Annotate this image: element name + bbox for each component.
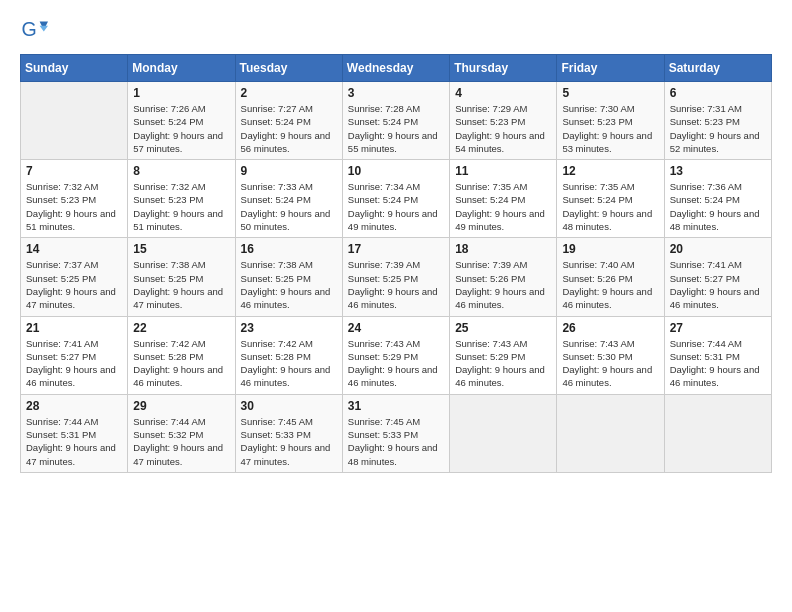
day-number: 3 xyxy=(348,86,444,100)
day-number: 8 xyxy=(133,164,229,178)
calendar-cell: 21Sunrise: 7:41 AM Sunset: 5:27 PM Dayli… xyxy=(21,316,128,394)
day-info: Sunrise: 7:28 AM Sunset: 5:24 PM Dayligh… xyxy=(348,102,444,155)
calendar-cell: 14Sunrise: 7:37 AM Sunset: 5:25 PM Dayli… xyxy=(21,238,128,316)
calendar-week-row: 21Sunrise: 7:41 AM Sunset: 5:27 PM Dayli… xyxy=(21,316,772,394)
calendar-cell: 13Sunrise: 7:36 AM Sunset: 5:24 PM Dayli… xyxy=(664,160,771,238)
day-info: Sunrise: 7:42 AM Sunset: 5:28 PM Dayligh… xyxy=(241,337,337,390)
calendar-week-row: 28Sunrise: 7:44 AM Sunset: 5:31 PM Dayli… xyxy=(21,394,772,472)
day-info: Sunrise: 7:32 AM Sunset: 5:23 PM Dayligh… xyxy=(133,180,229,233)
day-number: 29 xyxy=(133,399,229,413)
day-number: 5 xyxy=(562,86,658,100)
day-info: Sunrise: 7:38 AM Sunset: 5:25 PM Dayligh… xyxy=(241,258,337,311)
day-info: Sunrise: 7:32 AM Sunset: 5:23 PM Dayligh… xyxy=(26,180,122,233)
calendar-cell: 1Sunrise: 7:26 AM Sunset: 5:24 PM Daylig… xyxy=(128,82,235,160)
logo: G xyxy=(20,16,52,44)
day-number: 4 xyxy=(455,86,551,100)
day-number: 13 xyxy=(670,164,766,178)
day-info: Sunrise: 7:29 AM Sunset: 5:23 PM Dayligh… xyxy=(455,102,551,155)
day-info: Sunrise: 7:37 AM Sunset: 5:25 PM Dayligh… xyxy=(26,258,122,311)
day-number: 1 xyxy=(133,86,229,100)
day-number: 7 xyxy=(26,164,122,178)
day-number: 30 xyxy=(241,399,337,413)
day-info: Sunrise: 7:38 AM Sunset: 5:25 PM Dayligh… xyxy=(133,258,229,311)
calendar-cell: 6Sunrise: 7:31 AM Sunset: 5:23 PM Daylig… xyxy=(664,82,771,160)
calendar-cell xyxy=(21,82,128,160)
calendar-cell: 27Sunrise: 7:44 AM Sunset: 5:31 PM Dayli… xyxy=(664,316,771,394)
day-info: Sunrise: 7:45 AM Sunset: 5:33 PM Dayligh… xyxy=(241,415,337,468)
calendar-header-row: SundayMondayTuesdayWednesdayThursdayFrid… xyxy=(21,55,772,82)
calendar-week-row: 1Sunrise: 7:26 AM Sunset: 5:24 PM Daylig… xyxy=(21,82,772,160)
day-info: Sunrise: 7:43 AM Sunset: 5:30 PM Dayligh… xyxy=(562,337,658,390)
day-info: Sunrise: 7:40 AM Sunset: 5:26 PM Dayligh… xyxy=(562,258,658,311)
calendar-cell xyxy=(450,394,557,472)
day-number: 24 xyxy=(348,321,444,335)
calendar-cell: 3Sunrise: 7:28 AM Sunset: 5:24 PM Daylig… xyxy=(342,82,449,160)
day-number: 25 xyxy=(455,321,551,335)
calendar-header-thursday: Thursday xyxy=(450,55,557,82)
calendar-cell: 19Sunrise: 7:40 AM Sunset: 5:26 PM Dayli… xyxy=(557,238,664,316)
calendar-cell xyxy=(664,394,771,472)
calendar-cell: 10Sunrise: 7:34 AM Sunset: 5:24 PM Dayli… xyxy=(342,160,449,238)
day-number: 21 xyxy=(26,321,122,335)
day-number: 27 xyxy=(670,321,766,335)
calendar-cell: 23Sunrise: 7:42 AM Sunset: 5:28 PM Dayli… xyxy=(235,316,342,394)
calendar-header-friday: Friday xyxy=(557,55,664,82)
day-number: 10 xyxy=(348,164,444,178)
day-number: 19 xyxy=(562,242,658,256)
calendar-header-tuesday: Tuesday xyxy=(235,55,342,82)
day-number: 6 xyxy=(670,86,766,100)
calendar-cell: 26Sunrise: 7:43 AM Sunset: 5:30 PM Dayli… xyxy=(557,316,664,394)
day-number: 23 xyxy=(241,321,337,335)
day-number: 11 xyxy=(455,164,551,178)
calendar-cell: 20Sunrise: 7:41 AM Sunset: 5:27 PM Dayli… xyxy=(664,238,771,316)
day-number: 12 xyxy=(562,164,658,178)
page-header: G xyxy=(20,16,772,44)
day-info: Sunrise: 7:41 AM Sunset: 5:27 PM Dayligh… xyxy=(26,337,122,390)
day-number: 22 xyxy=(133,321,229,335)
day-info: Sunrise: 7:35 AM Sunset: 5:24 PM Dayligh… xyxy=(562,180,658,233)
calendar-cell: 9Sunrise: 7:33 AM Sunset: 5:24 PM Daylig… xyxy=(235,160,342,238)
calendar-header-sunday: Sunday xyxy=(21,55,128,82)
day-info: Sunrise: 7:41 AM Sunset: 5:27 PM Dayligh… xyxy=(670,258,766,311)
day-info: Sunrise: 7:39 AM Sunset: 5:25 PM Dayligh… xyxy=(348,258,444,311)
day-number: 20 xyxy=(670,242,766,256)
day-number: 2 xyxy=(241,86,337,100)
svg-text:G: G xyxy=(21,18,36,40)
day-info: Sunrise: 7:30 AM Sunset: 5:23 PM Dayligh… xyxy=(562,102,658,155)
day-info: Sunrise: 7:44 AM Sunset: 5:31 PM Dayligh… xyxy=(670,337,766,390)
day-number: 26 xyxy=(562,321,658,335)
calendar-body: 1Sunrise: 7:26 AM Sunset: 5:24 PM Daylig… xyxy=(21,82,772,473)
calendar-cell xyxy=(557,394,664,472)
day-info: Sunrise: 7:43 AM Sunset: 5:29 PM Dayligh… xyxy=(348,337,444,390)
day-number: 15 xyxy=(133,242,229,256)
calendar-cell: 18Sunrise: 7:39 AM Sunset: 5:26 PM Dayli… xyxy=(450,238,557,316)
day-info: Sunrise: 7:34 AM Sunset: 5:24 PM Dayligh… xyxy=(348,180,444,233)
day-info: Sunrise: 7:35 AM Sunset: 5:24 PM Dayligh… xyxy=(455,180,551,233)
svg-marker-2 xyxy=(40,26,48,32)
calendar-cell: 29Sunrise: 7:44 AM Sunset: 5:32 PM Dayli… xyxy=(128,394,235,472)
day-info: Sunrise: 7:26 AM Sunset: 5:24 PM Dayligh… xyxy=(133,102,229,155)
day-info: Sunrise: 7:39 AM Sunset: 5:26 PM Dayligh… xyxy=(455,258,551,311)
day-info: Sunrise: 7:31 AM Sunset: 5:23 PM Dayligh… xyxy=(670,102,766,155)
calendar-cell: 31Sunrise: 7:45 AM Sunset: 5:33 PM Dayli… xyxy=(342,394,449,472)
calendar-cell: 11Sunrise: 7:35 AM Sunset: 5:24 PM Dayli… xyxy=(450,160,557,238)
logo-icon: G xyxy=(20,16,48,44)
day-info: Sunrise: 7:44 AM Sunset: 5:32 PM Dayligh… xyxy=(133,415,229,468)
calendar-header-saturday: Saturday xyxy=(664,55,771,82)
calendar-cell: 4Sunrise: 7:29 AM Sunset: 5:23 PM Daylig… xyxy=(450,82,557,160)
calendar-cell: 22Sunrise: 7:42 AM Sunset: 5:28 PM Dayli… xyxy=(128,316,235,394)
day-info: Sunrise: 7:42 AM Sunset: 5:28 PM Dayligh… xyxy=(133,337,229,390)
calendar-cell: 28Sunrise: 7:44 AM Sunset: 5:31 PM Dayli… xyxy=(21,394,128,472)
calendar-cell: 15Sunrise: 7:38 AM Sunset: 5:25 PM Dayli… xyxy=(128,238,235,316)
calendar-cell: 12Sunrise: 7:35 AM Sunset: 5:24 PM Dayli… xyxy=(557,160,664,238)
day-number: 17 xyxy=(348,242,444,256)
calendar-week-row: 14Sunrise: 7:37 AM Sunset: 5:25 PM Dayli… xyxy=(21,238,772,316)
day-info: Sunrise: 7:45 AM Sunset: 5:33 PM Dayligh… xyxy=(348,415,444,468)
day-number: 28 xyxy=(26,399,122,413)
calendar-cell: 30Sunrise: 7:45 AM Sunset: 5:33 PM Dayli… xyxy=(235,394,342,472)
day-info: Sunrise: 7:44 AM Sunset: 5:31 PM Dayligh… xyxy=(26,415,122,468)
calendar-table: SundayMondayTuesdayWednesdayThursdayFrid… xyxy=(20,54,772,473)
calendar-cell: 16Sunrise: 7:38 AM Sunset: 5:25 PM Dayli… xyxy=(235,238,342,316)
calendar-cell: 24Sunrise: 7:43 AM Sunset: 5:29 PM Dayli… xyxy=(342,316,449,394)
calendar-cell: 7Sunrise: 7:32 AM Sunset: 5:23 PM Daylig… xyxy=(21,160,128,238)
